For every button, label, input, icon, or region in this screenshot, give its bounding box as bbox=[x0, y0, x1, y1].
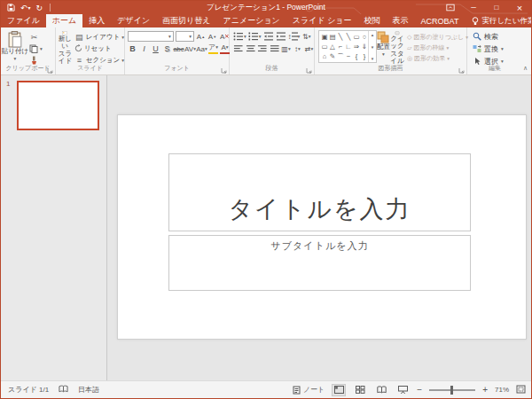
text-shadow-button[interactable]: S bbox=[162, 43, 172, 54]
shape-glyph[interactable]: ▭ bbox=[321, 43, 328, 51]
shape-glyph[interactable]: ⌒ bbox=[337, 52, 344, 61]
columns-button[interactable]: ▥▾ bbox=[281, 43, 291, 54]
shape-glyph[interactable]: ▣ bbox=[321, 33, 328, 42]
shape-glyph[interactable]: ▤ bbox=[329, 33, 336, 42]
language-indicator[interactable]: 日本語 bbox=[78, 385, 99, 395]
reading-view-button[interactable] bbox=[374, 384, 388, 396]
arrange-button[interactable]: 配置 ▾ bbox=[377, 30, 390, 66]
shape-glyph[interactable]: ⇓ bbox=[361, 43, 368, 51]
shape-glyph[interactable]: ∟ bbox=[345, 43, 352, 51]
align-right-button[interactable] bbox=[257, 43, 268, 54]
shape-glyph[interactable]: ○ bbox=[361, 33, 368, 42]
increase-indent-button[interactable] bbox=[276, 31, 286, 42]
decrease-indent-button[interactable] bbox=[263, 31, 274, 42]
layout-button[interactable]: ▤レイアウト▾ bbox=[74, 32, 124, 42]
bold-button[interactable]: B bbox=[128, 43, 137, 54]
tab-file[interactable]: ファイル bbox=[1, 14, 46, 27]
shape-outline-button[interactable]: ▱図形の枠線▾ bbox=[407, 43, 468, 52]
shape-effects-button[interactable]: ◎図形の効果▾ bbox=[407, 54, 468, 63]
notes-toggle-button[interactable]: ノート bbox=[293, 385, 325, 395]
title-placeholder[interactable]: タイトルを入力 bbox=[168, 153, 471, 231]
zoom-slider-thumb[interactable] bbox=[450, 386, 453, 395]
maximize-button[interactable]: □ bbox=[485, 1, 508, 14]
zoom-out-button[interactable]: − bbox=[417, 385, 422, 395]
zoom-slider[interactable] bbox=[429, 389, 475, 391]
tab-acrobat[interactable]: ACROBAT bbox=[415, 14, 466, 27]
justify-button[interactable] bbox=[270, 43, 280, 54]
bullets-button[interactable]: ▾ bbox=[233, 31, 246, 42]
numbering-button[interactable]: ▾ bbox=[248, 31, 262, 42]
slide-canvas[interactable]: タイトルを入力 サブタイトルを入力 bbox=[117, 114, 527, 340]
shape-glyph[interactable]: { bbox=[353, 52, 360, 61]
tab-view[interactable]: 表示 bbox=[387, 14, 415, 27]
paste-button[interactable]: 貼り付け ▾ bbox=[1, 30, 29, 66]
shape-fill-button[interactable]: ◇図形の塗りつぶし▾ bbox=[407, 33, 468, 42]
font-dialog-launcher[interactable] bbox=[221, 66, 227, 73]
shapes-gallery[interactable]: ▣▤╲╲▭○ ▭△⌐∟⇒⇓ ⌂✎⌒~{} ▴ ▾ ▾ bbox=[318, 30, 377, 63]
shape-glyph[interactable]: ╲ bbox=[337, 33, 344, 42]
copy-button[interactable]: ▾ bbox=[29, 43, 43, 53]
ribbon-display-options-button[interactable] bbox=[439, 1, 462, 14]
redo-button[interactable]: ↻ bbox=[36, 4, 43, 12]
tab-design[interactable]: デザイン bbox=[111, 14, 156, 27]
tab-animations[interactable]: アニメーション bbox=[217, 14, 286, 27]
slide-counter[interactable]: スライド 1/1 bbox=[8, 385, 49, 395]
tab-slideshow[interactable]: スライド ショー bbox=[286, 14, 358, 27]
fit-to-window-button[interactable] bbox=[516, 385, 526, 395]
italic-button[interactable]: I bbox=[139, 43, 149, 54]
tab-insert[interactable]: 挿入 bbox=[82, 14, 111, 27]
tab-transitions[interactable]: 画面切り替え bbox=[156, 14, 216, 27]
quick-styles-button[interactable]: クイック スタイル bbox=[390, 30, 404, 66]
align-center-button[interactable] bbox=[246, 43, 256, 54]
shapes-scroll-up-icon[interactable]: ▴ bbox=[372, 32, 374, 37]
tab-home[interactable]: ホーム bbox=[46, 14, 82, 27]
underline-button[interactable]: U bbox=[151, 43, 160, 54]
reset-button[interactable]: リセット bbox=[74, 43, 124, 53]
shape-glyph[interactable]: } bbox=[361, 52, 368, 61]
tab-review[interactable]: 校閲 bbox=[358, 14, 387, 27]
clipboard-dialog-launcher[interactable] bbox=[47, 66, 53, 73]
font-name-combo[interactable]: ▾ bbox=[128, 31, 174, 42]
font-color-button[interactable]: A▾ bbox=[220, 43, 230, 54]
shape-glyph[interactable]: ╲ bbox=[345, 33, 352, 42]
find-button[interactable]: 検索 bbox=[473, 31, 522, 42]
change-case-button[interactable]: Aa▾ bbox=[197, 43, 207, 54]
line-spacing-button[interactable]: ↕▾ bbox=[288, 31, 301, 42]
normal-view-button[interactable] bbox=[332, 384, 346, 396]
shape-glyph[interactable]: ▭ bbox=[353, 33, 360, 42]
cut-button[interactable]: ✂ bbox=[29, 32, 43, 42]
font-size-combo[interactable]: ▾ bbox=[176, 31, 194, 42]
text-highlight-button[interactable]: ア▾ bbox=[208, 43, 218, 54]
zoom-in-button[interactable]: + bbox=[482, 385, 488, 395]
shape-glyph[interactable]: ⌂ bbox=[321, 52, 328, 61]
shapes-gallery-scrollbar[interactable]: ▴ ▾ ▾ bbox=[368, 31, 376, 62]
replace-button[interactable]: 置換 ▾ bbox=[473, 43, 522, 54]
slide-sorter-view-button[interactable] bbox=[353, 384, 367, 396]
zoom-level[interactable]: 71% bbox=[495, 386, 509, 394]
strikethrough-button[interactable]: abc bbox=[174, 43, 184, 54]
grow-font-button[interactable]: A▲ bbox=[196, 31, 206, 42]
undo-button[interactable]: ↶▾ bbox=[20, 4, 31, 12]
align-left-button[interactable] bbox=[233, 43, 244, 54]
shape-glyph[interactable]: ⇒ bbox=[353, 43, 360, 51]
shapes-more-icon[interactable]: ▾ bbox=[372, 56, 374, 61]
slide-thumbnail[interactable] bbox=[17, 81, 99, 130]
shape-glyph[interactable]: ✎ bbox=[329, 52, 336, 61]
save-button[interactable] bbox=[7, 4, 15, 12]
subtitle-placeholder[interactable]: サブタイトルを入力 bbox=[168, 235, 471, 291]
new-slide-button[interactable]: 新しい スライド bbox=[56, 30, 74, 66]
clear-formatting-button[interactable]: A bbox=[219, 31, 229, 42]
minimize-button[interactable]: ─ bbox=[462, 1, 485, 14]
paragraph-dialog-launcher[interactable] bbox=[306, 66, 312, 73]
shape-glyph[interactable]: ⌐ bbox=[337, 43, 344, 51]
tell-me-box[interactable]: 実行したい作業を入力してください bbox=[465, 14, 532, 27]
shrink-font-button[interactable]: A▼ bbox=[207, 31, 217, 42]
drawing-dialog-launcher[interactable] bbox=[458, 66, 465, 73]
proofing-button[interactable] bbox=[59, 385, 68, 395]
shapes-scroll-down-icon[interactable]: ▾ bbox=[372, 44, 374, 50]
slideshow-view-button[interactable] bbox=[395, 384, 410, 396]
align-text-button[interactable]: ↕▾ bbox=[293, 43, 302, 54]
text-direction-button[interactable]: ⇅▾ bbox=[301, 31, 311, 42]
convert-to-smartart-button[interactable]: ⇄▾ bbox=[304, 43, 314, 54]
shape-glyph[interactable]: ~ bbox=[345, 52, 352, 61]
